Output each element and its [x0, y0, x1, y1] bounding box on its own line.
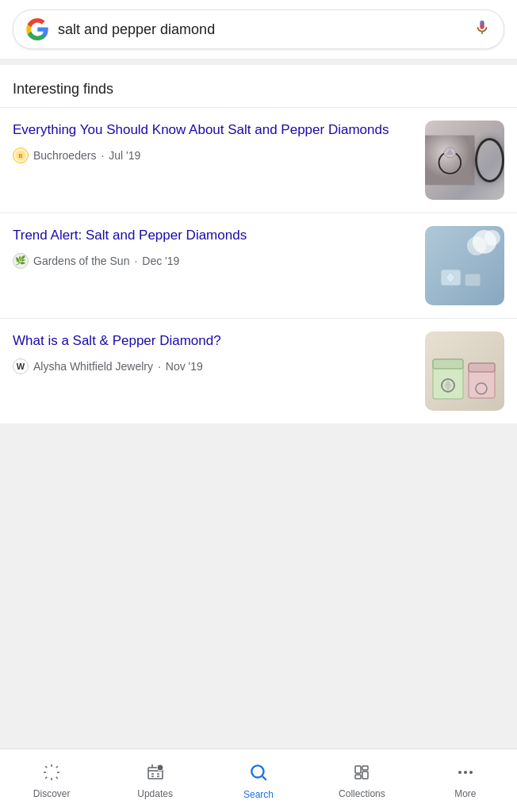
article-title-3[interactable]: What is a Salt & Pepper Diamond? — [13, 331, 416, 350]
svg-rect-15 — [433, 359, 463, 369]
svg-point-8 — [484, 230, 500, 246]
article-content-1: Everything You Should Know About Salt an… — [13, 121, 425, 163]
nav-label-more: More — [454, 788, 476, 799]
svg-line-26 — [56, 776, 58, 778]
svg-rect-35 — [355, 775, 361, 779]
svg-point-31 — [251, 765, 263, 777]
nav-label-discover: Discover — [33, 788, 71, 799]
svg-point-38 — [464, 771, 467, 774]
nav-item-discover[interactable]: Discover — [0, 756, 103, 806]
search-icon — [248, 762, 269, 786]
svg-rect-12 — [465, 274, 481, 286]
article-thumbnail-1 — [425, 121, 504, 200]
article-date-val-3: Nov '19 — [166, 360, 203, 373]
article-date-sep-2: · — [134, 255, 137, 267]
article-date-val-1: Jul '19 — [109, 149, 140, 162]
nav-item-search[interactable]: Search — [207, 756, 310, 806]
source-icon-2: 🌿 — [13, 253, 29, 269]
nav-label-collections: Collections — [339, 788, 385, 799]
thumb-ring-image — [425, 121, 504, 200]
article-item[interactable]: Everything You Should Know About Salt an… — [0, 107, 517, 213]
nav-label-search: Search — [243, 789, 274, 800]
mic-icon[interactable] — [473, 19, 491, 40]
svg-point-9 — [467, 236, 486, 255]
search-query-text[interactable]: salt and pepper diamond — [58, 21, 467, 38]
article-meta-1: B Buchroeders · Jul '19 — [13, 147, 416, 163]
source-icon-3: W — [13, 358, 29, 374]
updates-icon — [146, 763, 165, 785]
svg-point-39 — [469, 771, 473, 774]
google-logo-icon — [26, 18, 48, 40]
article-thumbnail-2 — [425, 226, 504, 305]
more-icon — [456, 763, 475, 785]
nav-item-updates[interactable]: Updates — [103, 756, 206, 806]
svg-point-37 — [458, 771, 461, 774]
nav-label-updates: Updates — [137, 788, 173, 799]
article-date-val-2: Dec '19 — [142, 255, 179, 267]
source-name-3: Alysha Whitfield Jewelry — [33, 360, 153, 373]
svg-rect-36 — [362, 772, 368, 779]
article-content-3: What is a Salt & Pepper Diamond? W Alysh… — [13, 331, 425, 374]
article-content-2: Trend Alert: Salt and Pepper Diamonds 🌿 … — [13, 226, 425, 269]
svg-text:B: B — [18, 153, 22, 159]
article-date-1: · — [101, 149, 104, 162]
svg-rect-34 — [362, 766, 368, 770]
nav-item-collections[interactable]: Collections — [310, 756, 413, 806]
article-item-3[interactable]: What is a Salt & Pepper Diamond? W Alysh… — [0, 318, 517, 423]
article-meta-3: W Alysha Whitfield Jewelry · Nov '19 — [13, 358, 416, 374]
article-title-2[interactable]: Trend Alert: Salt and Pepper Diamonds — [13, 226, 416, 245]
main-content: Interesting finds Everything You Should … — [0, 65, 517, 423]
svg-line-27 — [56, 766, 58, 768]
collections-icon — [352, 763, 371, 785]
article-thumbnail-3 — [425, 331, 504, 411]
nav-item-more[interactable]: More — [414, 756, 517, 806]
article-meta-2: 🌿 Gardens of the Sun · Dec '19 — [13, 253, 416, 269]
svg-line-28 — [45, 776, 47, 778]
search-bar-container: salt and pepper diamond — [0, 0, 517, 59]
source-icon-1: B — [13, 147, 29, 163]
article-date-sep-3: · — [158, 360, 161, 373]
svg-rect-17 — [469, 363, 495, 372]
search-bar[interactable]: salt and pepper diamond — [13, 10, 504, 49]
article-title-1[interactable]: Everything You Should Know About Salt an… — [13, 121, 416, 140]
svg-rect-2 — [425, 136, 475, 186]
article-item-2[interactable]: Trend Alert: Salt and Pepper Diamonds 🌿 … — [0, 213, 517, 318]
svg-line-32 — [262, 776, 266, 779]
source-name-1: Buchroeders — [33, 149, 96, 162]
svg-line-25 — [45, 766, 47, 768]
bottom-nav: Discover Updates Search — [0, 749, 517, 812]
svg-rect-33 — [355, 766, 361, 773]
svg-point-30 — [157, 764, 163, 771]
section-title: Interesting finds — [0, 65, 517, 107]
discover-icon — [42, 763, 61, 785]
source-name-2: Gardens of the Sun — [33, 255, 129, 267]
